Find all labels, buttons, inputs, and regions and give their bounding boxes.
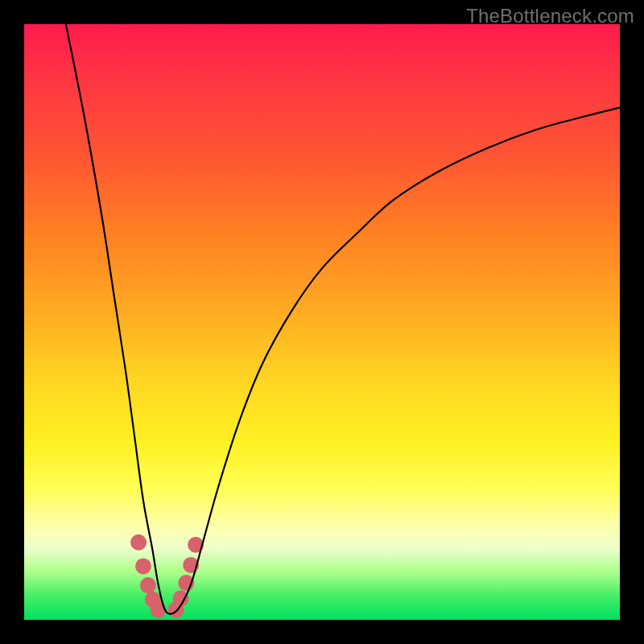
marker-dot: [151, 601, 167, 617]
watermark-text: TheBottleneck.com: [466, 5, 634, 27]
marker-dot: [135, 558, 151, 574]
marker-dot: [130, 535, 147, 551]
marker-dot: [140, 577, 156, 593]
bottleneck-curve-path: [66, 24, 620, 614]
chart-svg: [24, 24, 620, 620]
chart-frame: TheBottleneck.com: [0, 0, 644, 644]
